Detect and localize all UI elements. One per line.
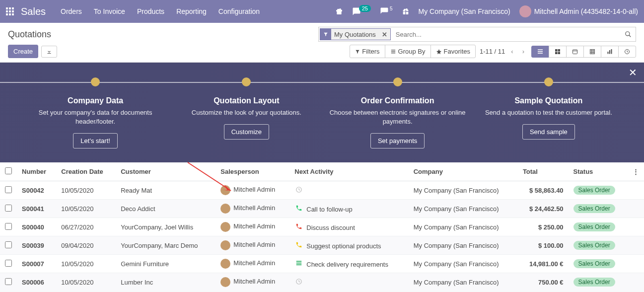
view-list-icon[interactable] — [531, 46, 549, 58]
facet-label: My Quotations — [331, 31, 379, 38]
row-checkbox[interactable] — [5, 223, 12, 230]
row-checkbox[interactable] — [5, 186, 12, 193]
favorites-button[interactable]: Favorites — [430, 45, 476, 58]
cell-date: 10/05/2020 — [56, 200, 116, 218]
onboarding-banner: ✕ Company Data Set your company's data f… — [0, 63, 644, 162]
company-switcher[interactable]: My Company (San Francisco) — [419, 7, 510, 15]
phone-icon[interactable] — [294, 241, 303, 248]
view-calendar-icon[interactable] — [566, 46, 584, 58]
col-customer[interactable]: Customer — [116, 162, 215, 181]
discuss-icon[interactable]: 25 — [352, 7, 371, 16]
row-checkbox[interactable] — [5, 260, 12, 267]
svg-rect-11 — [391, 50, 395, 50]
table-row[interactable]: S00006 10/05/2020 Lumber Inc Mitchell Ad… — [0, 273, 644, 292]
step-button[interactable]: Set payments — [370, 133, 425, 148]
col-number[interactable]: Number — [17, 162, 56, 181]
step-button[interactable]: Customize — [224, 124, 269, 140]
create-button[interactable]: Create — [8, 45, 38, 58]
apps-icon[interactable] — [6, 7, 14, 15]
view-pivot-icon[interactable] — [583, 46, 601, 58]
col-total[interactable]: Total — [518, 162, 569, 181]
cell-date: 06/27/2020 — [56, 218, 116, 236]
step-button[interactable]: Send sample — [522, 124, 575, 140]
filters-button[interactable]: Filters — [350, 45, 385, 58]
activities-badge: 5 — [390, 6, 393, 11]
phone-icon[interactable] — [294, 223, 303, 230]
top-nav: Sales Orders To Invoice Products Reporti… — [0, 0, 644, 23]
activities-icon[interactable]: 5 — [380, 7, 393, 16]
pager-prev-icon[interactable]: ‹ — [508, 46, 516, 57]
cell-company: My Company (San Francisco) — [409, 200, 518, 218]
facet-remove-icon[interactable]: ✕ — [379, 31, 390, 38]
menu-products[interactable]: Products — [137, 7, 164, 15]
step-title: Company Data — [20, 96, 171, 105]
svg-point-9 — [626, 32, 630, 36]
optional-columns-icon[interactable]: ⋮ — [628, 162, 644, 181]
svg-line-44 — [299, 282, 300, 282]
select-all-checkbox[interactable] — [5, 167, 12, 174]
table-row[interactable]: S00007 10/05/2020 Gemini Furniture Mitch… — [0, 255, 644, 273]
col-date[interactable]: Creation Date — [56, 162, 116, 181]
step-desc: Set your company's data for documents he… — [20, 108, 171, 126]
col-company[interactable]: Company — [409, 162, 518, 181]
svg-rect-5 — [12, 10, 14, 12]
onboard-step: Quotation Layout Customize the look of y… — [171, 77, 322, 148]
clock-icon[interactable] — [294, 278, 303, 285]
cell-salesperson: Mitchell Admin — [215, 273, 289, 292]
cell-customer: Gemini Furniture — [116, 255, 215, 273]
svg-rect-1 — [9, 7, 11, 9]
menu-to-invoice[interactable]: To Invoice — [94, 7, 125, 15]
cell-number: S00041 — [17, 200, 56, 218]
cell-activity: Discuss discount — [289, 218, 408, 236]
col-salesperson[interactable]: Salesperson — [215, 162, 289, 181]
brand-title[interactable]: Sales — [21, 6, 46, 17]
cell-number: S00007 — [17, 255, 56, 273]
table-row[interactable]: S00040 06/27/2020 YourCompany, Joel Will… — [0, 218, 644, 236]
import-button[interactable] — [41, 46, 57, 58]
quotations-table: Number Creation Date Customer Salesperso… — [0, 162, 644, 292]
cell-number: S00040 — [17, 218, 56, 236]
cell-company: My Company (San Francisco) — [409, 273, 518, 292]
svg-rect-39 — [296, 261, 302, 262]
search-input[interactable] — [392, 27, 621, 41]
avatar-icon — [220, 185, 230, 195]
groupby-button[interactable]: Group By — [385, 45, 431, 58]
menu-orders[interactable]: Orders — [61, 7, 82, 15]
row-checkbox[interactable] — [5, 241, 12, 248]
step-dot-icon — [544, 77, 553, 86]
table-row[interactable]: S00041 10/05/2020 Deco Addict Mitchell A… — [0, 200, 644, 218]
clock-icon[interactable] — [294, 186, 303, 193]
search-icon[interactable] — [621, 31, 636, 38]
view-activity-icon[interactable] — [618, 46, 636, 58]
table-row[interactable]: S00039 09/04/2020 YourCompany, Marc Demo… — [0, 236, 644, 255]
avatar-icon — [220, 204, 230, 214]
cell-number: S00042 — [17, 181, 56, 200]
filter-icon — [320, 29, 331, 40]
table-row[interactable]: S00042 10/05/2020 Ready Mat Mitchell Adm… — [0, 181, 644, 200]
col-status[interactable]: Status — [569, 162, 628, 181]
view-graph-icon[interactable] — [601, 46, 619, 58]
close-icon[interactable]: ✕ — [629, 67, 637, 78]
menu-reporting[interactable]: Reporting — [176, 7, 207, 15]
row-checkbox[interactable] — [5, 205, 12, 212]
status-badge: Sales Order — [573, 186, 615, 195]
status-badge: Sales Order — [573, 204, 615, 213]
gift-icon[interactable] — [335, 7, 343, 15]
cell-total: $ 58,863.40 — [518, 181, 569, 200]
tasks-icon[interactable] — [294, 260, 303, 267]
svg-rect-6 — [6, 13, 8, 15]
phone-icon[interactable] — [294, 205, 303, 212]
col-activity[interactable]: Next Activity — [289, 162, 408, 181]
cell-total: $ 24,462.50 — [518, 200, 569, 218]
pager-next-icon[interactable]: › — [519, 46, 527, 57]
row-checkbox[interactable] — [5, 278, 12, 285]
cell-total: $ 100.00 — [518, 236, 569, 255]
user-menu[interactable]: Mitchell Admin (4435482-14-0-all) — [519, 5, 638, 17]
search-facet: My Quotations ✕ — [320, 28, 391, 40]
view-kanban-icon[interactable] — [549, 46, 567, 58]
tray-gift-icon[interactable] — [402, 7, 410, 15]
menu-configuration[interactable]: Configuration — [218, 7, 260, 15]
svg-rect-16 — [538, 53, 543, 54]
search-box[interactable]: My Quotations ✕ — [318, 27, 636, 42]
step-button[interactable]: Let's start! — [73, 133, 118, 148]
